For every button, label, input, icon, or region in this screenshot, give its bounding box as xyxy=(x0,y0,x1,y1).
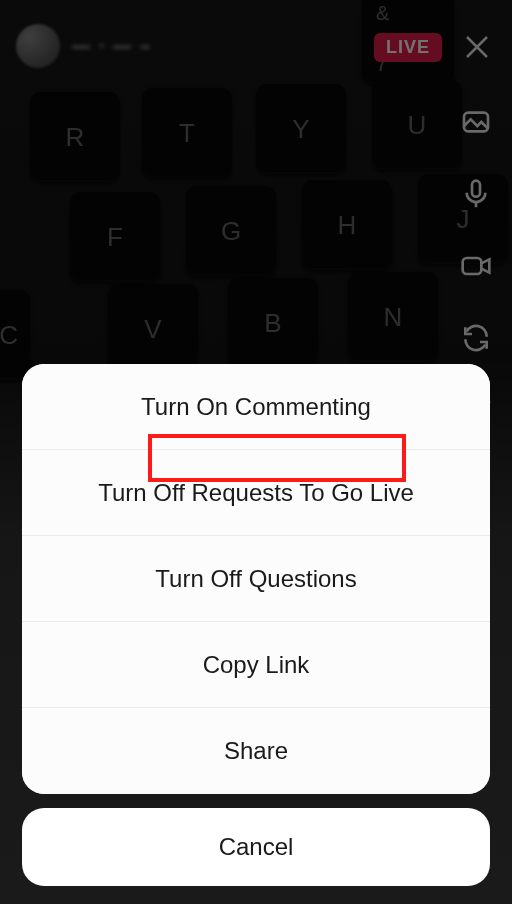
live-stream-screen: & 7 R T Y U F G H J C V B N — · — – LIVE xyxy=(0,0,512,904)
option-turn-off-questions[interactable]: Turn Off Questions xyxy=(22,536,490,622)
option-label: Turn On Commenting xyxy=(141,393,371,421)
option-copy-link[interactable]: Copy Link xyxy=(22,622,490,708)
option-label: Turn Off Requests To Go Live xyxy=(98,479,414,507)
option-label: Share xyxy=(224,737,288,765)
option-label: Copy Link xyxy=(203,651,310,679)
cancel-button[interactable]: Cancel xyxy=(22,808,490,886)
option-share[interactable]: Share xyxy=(22,708,490,794)
option-label: Turn Off Questions xyxy=(155,565,356,593)
action-sheet-options: Turn On Commenting Turn Off Requests To … xyxy=(22,364,490,794)
option-turn-on-commenting[interactable]: Turn On Commenting xyxy=(22,364,490,450)
cancel-label: Cancel xyxy=(219,833,294,861)
action-sheet: Turn On Commenting Turn Off Requests To … xyxy=(22,364,490,886)
option-turn-off-requests[interactable]: Turn Off Requests To Go Live xyxy=(22,450,490,536)
